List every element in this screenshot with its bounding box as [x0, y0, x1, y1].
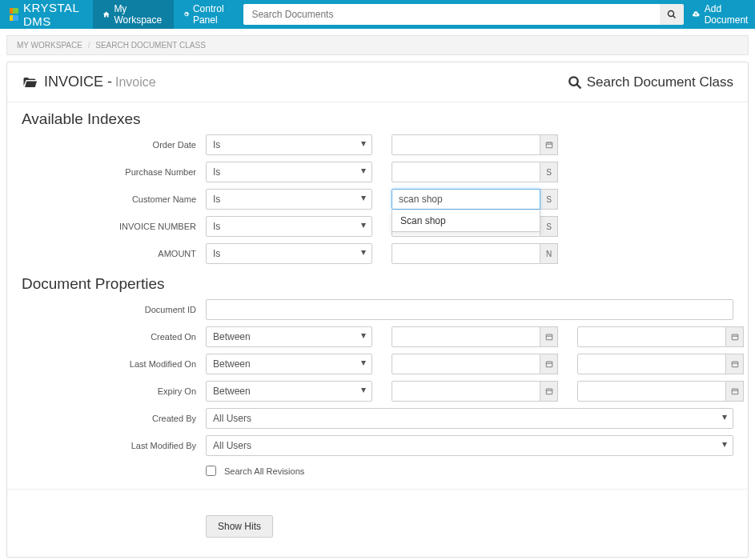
- nav-my-workspace[interactable]: My Workspace: [93, 0, 174, 29]
- search-class-label: Search Document Class: [587, 74, 733, 90]
- brand-icon: [10, 8, 18, 21]
- calendar-icon[interactable]: [726, 354, 744, 374]
- row-document-id: Document ID: [7, 296, 748, 323]
- row-created-by: Created By All Users: [7, 405, 748, 432]
- row-invoice-number: INVOICE NUMBER Is S: [7, 213, 748, 240]
- breadcrumb-home[interactable]: MY WORKSPACE: [17, 41, 82, 50]
- autocomplete-dropdown: Scan shop: [392, 210, 540, 232]
- svg-rect-11: [546, 334, 552, 340]
- autocomplete-item[interactable]: Scan shop: [392, 210, 540, 231]
- input-last-modified-on-to[interactable]: [577, 354, 726, 374]
- brand[interactable]: KRYSTAL DMS: [10, 1, 83, 28]
- calendar-icon[interactable]: [540, 134, 558, 155]
- checkbox-search-all-revisions[interactable]: [206, 466, 216, 476]
- op-created-on[interactable]: Between: [206, 326, 372, 347]
- page-title: INVOICE - Invoice: [22, 74, 156, 90]
- label-invoice-number: INVOICE NUMBER: [7, 222, 206, 231]
- svg-line-1: [673, 16, 676, 18]
- select-last-modified-by[interactable]: All Users: [206, 435, 733, 456]
- label-search-all-revisions: Search All Revisions: [224, 466, 304, 476]
- folder-open-icon: [22, 75, 38, 90]
- select-created-by[interactable]: All Users: [206, 408, 733, 429]
- op-invoice-number[interactable]: Is: [206, 216, 372, 237]
- calendar-icon[interactable]: [540, 326, 558, 347]
- row-order-date: Order Date Is: [7, 131, 748, 158]
- cloud-upload-icon: [692, 10, 700, 19]
- label-created-on: Created On: [7, 332, 206, 342]
- show-hits-button[interactable]: Show Hits: [206, 515, 273, 538]
- svg-rect-15: [546, 362, 552, 367]
- row-purchase-number: Purchase Number Is S: [7, 158, 748, 186]
- search-icon: [667, 10, 677, 19]
- section-indexes: Available Indexes: [7, 102, 748, 131]
- breadcrumb-sep: /: [88, 41, 90, 50]
- row-amount: AMOUNT Is N: [7, 240, 748, 267]
- label-amount: AMOUNT: [7, 249, 206, 258]
- svg-rect-13: [732, 334, 738, 340]
- type-indicator-string: S: [540, 216, 558, 237]
- label-expiry-on: Expiry On: [7, 386, 206, 396]
- svg-rect-17: [732, 362, 738, 367]
- home-icon: [102, 10, 110, 19]
- input-amount[interactable]: [392, 243, 540, 264]
- input-purchase-number[interactable]: [392, 162, 540, 182]
- button-row: Show Hits: [7, 502, 748, 557]
- nav-add-document[interactable]: Add Document: [684, 0, 755, 29]
- label-purchase-number: Purchase Number: [7, 167, 206, 177]
- op-expiry-on[interactable]: Between: [206, 381, 372, 402]
- calendar-icon[interactable]: [540, 354, 558, 374]
- type-indicator-number: N: [540, 243, 558, 264]
- nav-label: Add Document: [705, 3, 751, 26]
- input-last-modified-on-from[interactable]: [392, 354, 540, 374]
- class-sub: Invoice: [115, 75, 156, 90]
- brand-text: KRYSTAL DMS: [23, 1, 83, 28]
- search-button[interactable]: [660, 4, 684, 25]
- input-created-on-from[interactable]: [392, 326, 540, 347]
- svg-rect-19: [546, 389, 552, 394]
- label-customer-name: Customer Name: [7, 194, 206, 204]
- input-order-date[interactable]: [392, 134, 540, 155]
- divider: [7, 489, 748, 490]
- row-last-modified-by: Last Modified By All Users: [7, 432, 748, 459]
- search-document-class-link[interactable]: Search Document Class: [568, 74, 733, 90]
- nav-label: My Workspace: [114, 3, 163, 26]
- navbar-search: [243, 4, 684, 25]
- panel-header: INVOICE - Invoice Search Document Class: [7, 62, 748, 102]
- row-search-all-revisions: Search All Revisions: [7, 459, 748, 482]
- navbar-right: Add Document ▼ ? ▼: [684, 0, 755, 29]
- nav-control-panel[interactable]: Control Panel: [174, 0, 238, 29]
- input-expiry-on-from[interactable]: [392, 381, 540, 402]
- row-created-on: Created On Between: [7, 323, 748, 350]
- op-order-date[interactable]: Is: [206, 134, 372, 155]
- calendar-icon[interactable]: [726, 381, 744, 402]
- label-created-by: Created By: [7, 414, 206, 423]
- input-expiry-on-to[interactable]: [577, 381, 726, 402]
- svg-line-6: [576, 84, 580, 88]
- label-document-id: Document ID: [7, 305, 206, 314]
- label-order-date: Order Date: [7, 140, 206, 150]
- breadcrumb-current: SEARCH DOCUMENT CLASS: [95, 41, 206, 50]
- input-customer-name[interactable]: [392, 189, 540, 210]
- op-customer-name[interactable]: Is: [206, 189, 372, 210]
- svg-rect-7: [546, 142, 552, 148]
- cogs-icon: [183, 10, 189, 19]
- breadcrumb: MY WORKSPACE / SEARCH DOCUMENT CLASS: [6, 35, 749, 55]
- search-input[interactable]: [243, 4, 660, 25]
- input-created-on-to[interactable]: [577, 326, 726, 347]
- type-indicator-string: S: [540, 189, 558, 210]
- navbar: KRYSTAL DMS My Workspace Control Panel A…: [0, 0, 755, 29]
- class-title: INVOICE -: [44, 74, 112, 90]
- label-last-modified-on: Last Modified On: [7, 359, 206, 369]
- row-last-modified-on: Last Modified On Between: [7, 350, 748, 378]
- nav-label: Control Panel: [193, 3, 228, 26]
- calendar-icon[interactable]: [540, 381, 558, 402]
- op-amount[interactable]: Is: [206, 243, 372, 264]
- svg-point-0: [669, 11, 674, 17]
- label-last-modified-by: Last Modified By: [7, 441, 206, 450]
- row-customer-name: Customer Name Is Scan shop S: [7, 186, 748, 213]
- op-last-modified-on[interactable]: Between: [206, 354, 372, 374]
- op-purchase-number[interactable]: Is: [206, 162, 372, 182]
- main-panel: INVOICE - Invoice Search Document Class …: [6, 62, 749, 558]
- calendar-icon[interactable]: [726, 326, 744, 347]
- input-document-id[interactable]: [206, 299, 733, 320]
